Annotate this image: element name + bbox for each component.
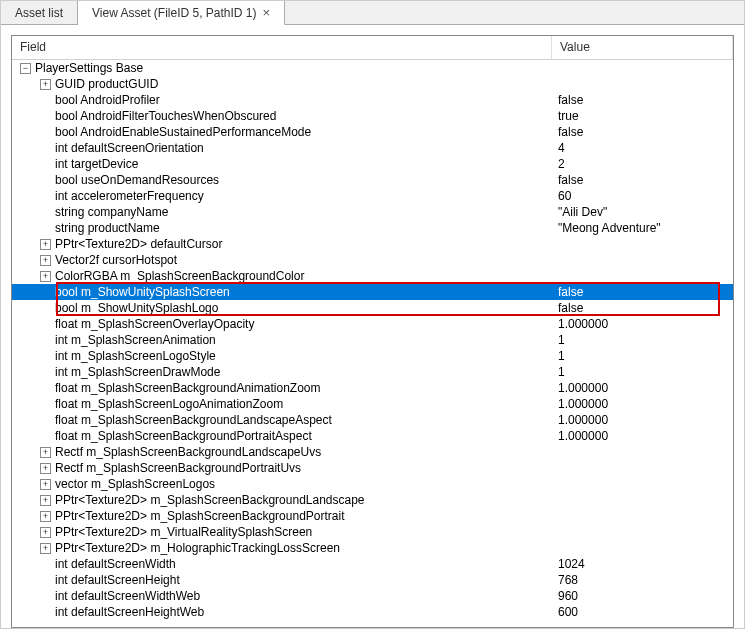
collapse-icon[interactable]: − [20, 63, 31, 74]
field-value: false [552, 172, 733, 188]
expand-icon[interactable]: + [40, 543, 51, 554]
table-row[interactable]: int accelerometerFrequency60 [12, 188, 733, 204]
tab-bar: Asset list View Asset (FileID 5, PathID … [1, 1, 744, 25]
table-row[interactable]: +ColorRGBA m_SplashScreenBackgroundColor [12, 268, 733, 284]
table-row[interactable]: int defaultScreenWidth1024 [12, 556, 733, 572]
expand-icon[interactable]: + [40, 463, 51, 474]
tab-asset-list[interactable]: Asset list [1, 1, 78, 24]
field-name: PPtr<Texture2D> m_SplashScreenBackground… [55, 492, 365, 508]
column-header-value[interactable]: Value [552, 36, 733, 59]
table-row[interactable]: bool AndroidFilterTouchesWhenObscuredtru… [12, 108, 733, 124]
table-row[interactable]: +GUID productGUID [12, 76, 733, 92]
table-row[interactable]: +Rectf m_SplashScreenBackgroundPortraitU… [12, 460, 733, 476]
field-value [552, 460, 733, 476]
table-row[interactable]: bool m_ShowUnitySplashScreenfalse [12, 284, 733, 300]
field-name: float m_SplashScreenBackgroundLandscapeA… [55, 412, 332, 428]
field-name: string companyName [55, 204, 168, 220]
field-name: float m_SplashScreenLogoAnimationZoom [55, 396, 283, 412]
field-value: 1 [552, 348, 733, 364]
field-name: int m_SplashScreenAnimation [55, 332, 216, 348]
table-row[interactable]: float m_SplashScreenBackgroundLandscapeA… [12, 412, 733, 428]
field-value: false [552, 284, 733, 300]
close-icon[interactable]: × [263, 6, 271, 19]
grid-rows[interactable]: −PlayerSettings Base+GUID productGUIDboo… [12, 60, 733, 627]
table-row[interactable]: bool AndroidProfilerfalse [12, 92, 733, 108]
expand-icon[interactable]: + [40, 495, 51, 506]
field-name: int defaultScreenWidth [55, 556, 176, 572]
field-name: int defaultScreenHeight [55, 572, 180, 588]
tab-view-asset[interactable]: View Asset (FileID 5, PathID 1) × [78, 1, 285, 25]
table-row[interactable]: int defaultScreenHeight768 [12, 572, 733, 588]
field-name: GUID productGUID [55, 76, 158, 92]
expand-icon[interactable]: + [40, 239, 51, 250]
field-value: 960 [552, 588, 733, 604]
expand-icon[interactable]: + [40, 255, 51, 266]
field-name: PPtr<Texture2D> m_VirtualRealitySplashSc… [55, 524, 312, 540]
field-name: float m_SplashScreenBackgroundPortraitAs… [55, 428, 312, 444]
field-value: 768 [552, 572, 733, 588]
field-value: 60 [552, 188, 733, 204]
field-name: int targetDevice [55, 156, 138, 172]
grid-header: Field Value [12, 36, 733, 60]
field-name: int m_SplashScreenDrawMode [55, 364, 220, 380]
field-value [552, 492, 733, 508]
field-name: int m_SplashScreenLogoStyle [55, 348, 216, 364]
field-value: false [552, 300, 733, 316]
field-value: 1 [552, 332, 733, 348]
table-row[interactable]: int m_SplashScreenDrawMode1 [12, 364, 733, 380]
field-name: bool useOnDemandResources [55, 172, 219, 188]
expand-icon[interactable]: + [40, 511, 51, 522]
table-row[interactable]: int defaultScreenOrientation4 [12, 140, 733, 156]
field-value: 4 [552, 140, 733, 156]
expand-icon[interactable]: + [40, 271, 51, 282]
field-value: 1.000000 [552, 380, 733, 396]
table-row[interactable]: float m_SplashScreenBackgroundAnimationZ… [12, 380, 733, 396]
table-row[interactable]: +PPtr<Texture2D> m_HolographicTrackingLo… [12, 540, 733, 556]
table-row[interactable]: float m_SplashScreenBackgroundPortraitAs… [12, 428, 733, 444]
field-value: 600 [552, 604, 733, 620]
tab-label: View Asset (FileID 5, PathID 1) [92, 6, 257, 20]
field-value: 1.000000 [552, 396, 733, 412]
field-name: PPtr<Texture2D> defaultCursor [55, 236, 222, 252]
table-row[interactable]: −PlayerSettings Base [12, 60, 733, 76]
column-header-field[interactable]: Field [12, 36, 552, 59]
table-row[interactable]: int m_SplashScreenAnimation1 [12, 332, 733, 348]
field-value: 1024 [552, 556, 733, 572]
expand-icon[interactable]: + [40, 79, 51, 90]
field-name: Rectf m_SplashScreenBackgroundLandscapeU… [55, 444, 321, 460]
field-value: 2 [552, 156, 733, 172]
table-row[interactable]: +PPtr<Texture2D> m_SplashScreenBackgroun… [12, 492, 733, 508]
table-row[interactable]: bool m_ShowUnitySplashLogofalse [12, 300, 733, 316]
expand-icon[interactable]: + [40, 527, 51, 538]
table-row[interactable]: int targetDevice2 [12, 156, 733, 172]
field-name: PPtr<Texture2D> m_HolographicTrackingLos… [55, 540, 340, 556]
table-row[interactable]: +vector m_SplashScreenLogos [12, 476, 733, 492]
field-name: bool AndroidProfiler [55, 92, 160, 108]
table-row[interactable]: bool AndroidEnableSustainedPerformanceMo… [12, 124, 733, 140]
table-row[interactable]: float m_SplashScreenLogoAnimationZoom1.0… [12, 396, 733, 412]
table-row[interactable]: int m_SplashScreenLogoStyle1 [12, 348, 733, 364]
table-row[interactable]: +Vector2f cursorHotspot [12, 252, 733, 268]
table-row[interactable]: int defaultScreenHeightWeb600 [12, 604, 733, 620]
table-row[interactable]: string companyName"Aili Dev" [12, 204, 733, 220]
table-row[interactable]: string productName"Meong Adventure" [12, 220, 733, 236]
table-row[interactable]: +PPtr<Texture2D> defaultCursor [12, 236, 733, 252]
field-value [552, 476, 733, 492]
field-name: ColorRGBA m_SplashScreenBackgroundColor [55, 268, 304, 284]
table-row[interactable]: bool useOnDemandResourcesfalse [12, 172, 733, 188]
expand-icon[interactable]: + [40, 447, 51, 458]
field-name: bool AndroidEnableSustainedPerformanceMo… [55, 124, 311, 140]
field-name: Rectf m_SplashScreenBackgroundPortraitUv… [55, 460, 301, 476]
field-value: true [552, 108, 733, 124]
table-row[interactable]: +Rectf m_SplashScreenBackgroundLandscape… [12, 444, 733, 460]
field-value [552, 540, 733, 556]
table-row[interactable]: float m_SplashScreenOverlayOpacity1.0000… [12, 316, 733, 332]
table-row[interactable]: +PPtr<Texture2D> m_VirtualRealitySplashS… [12, 524, 733, 540]
field-name: int defaultScreenHeightWeb [55, 604, 204, 620]
table-row[interactable]: +PPtr<Texture2D> m_SplashScreenBackgroun… [12, 508, 733, 524]
field-value: false [552, 124, 733, 140]
table-row[interactable]: int defaultScreenWidthWeb960 [12, 588, 733, 604]
expand-icon[interactable]: + [40, 479, 51, 490]
field-value: "Meong Adventure" [552, 220, 733, 236]
field-name: PPtr<Texture2D> m_SplashScreenBackground… [55, 508, 344, 524]
